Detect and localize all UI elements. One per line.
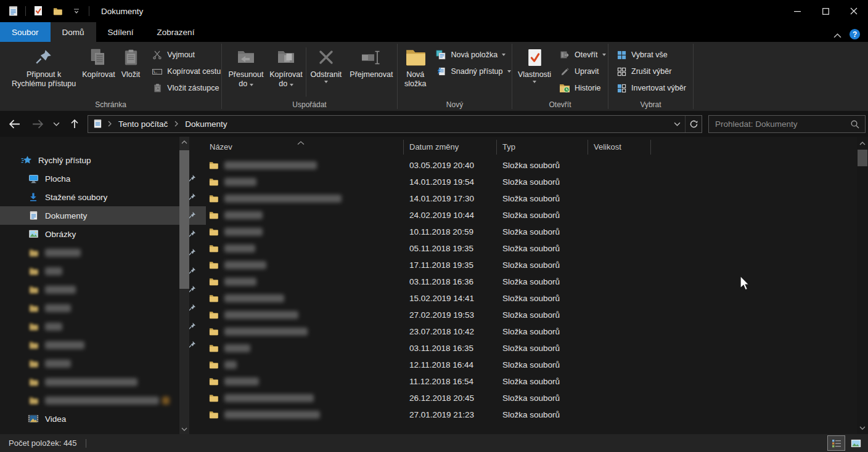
- sidebar-item-redacted[interactable]: [0, 280, 206, 299]
- sidebar-item-redacted[interactable]: [0, 299, 206, 317]
- column-header-datum-zm-ny[interactable]: Datum změny: [404, 140, 497, 155]
- search-box[interactable]: [708, 115, 866, 133]
- scroll-down-icon[interactable]: [179, 424, 189, 434]
- properties-button[interactable]: Vlastnosti: [515, 44, 554, 97]
- maximize-button[interactable]: [811, 0, 840, 22]
- column-header-typ[interactable]: Typ: [497, 140, 588, 155]
- navigation-bar: Tento počítač Dokumenty: [0, 111, 868, 137]
- file-row[interactable]: 11.12.2018 16:54Složka souborů: [191, 373, 857, 390]
- file-row[interactable]: 14.01.2019 17:30Složka souborů: [191, 190, 857, 207]
- sidebar-item-videa[interactable]: Videa: [0, 410, 206, 428]
- file-row[interactable]: 24.02.2019 10:44Složka souborů: [191, 207, 857, 224]
- sidebar-item-redacted[interactable]: [0, 373, 206, 391]
- refresh-button[interactable]: [685, 116, 702, 132]
- new-folder-button[interactable]: Nová složka: [401, 44, 429, 97]
- tab-soubor[interactable]: Soubor: [0, 22, 51, 42]
- open-button[interactable]: Otevřít: [555, 47, 610, 63]
- recent-locations-dropdown[interactable]: [47, 115, 65, 132]
- breadcrumb-documents[interactable]: Dokumenty: [179, 116, 232, 132]
- folder-icon: [27, 304, 39, 313]
- rename-button[interactable]: Přejmenovat: [346, 44, 397, 97]
- sidebar-item-sta-en-soubory[interactable]: Stažené soubory: [0, 188, 206, 206]
- scrollbar-thumb[interactable]: [179, 150, 189, 289]
- invert-selection-button[interactable]: Invertovat výběr: [612, 80, 690, 96]
- address-dropdown-button[interactable]: [669, 116, 685, 132]
- copy-path-button[interactable]: \.. Kopírovat cestu: [148, 63, 224, 79]
- sidebar-item-redacted[interactable]: [0, 391, 206, 410]
- sidebar-item-redacted[interactable]: [0, 262, 206, 280]
- search-input[interactable]: [709, 119, 845, 129]
- file-row[interactable]: 05.11.2018 19:35Složka souborů: [191, 240, 857, 257]
- sidebar-scrollbar[interactable]: [179, 137, 189, 434]
- tab-domu[interactable]: Domů: [51, 22, 96, 42]
- window-title: Dokumenty: [101, 7, 143, 16]
- minimize-button[interactable]: [783, 0, 811, 22]
- svg-text:?: ?: [853, 30, 857, 39]
- sidebar-item-plocha[interactable]: Plocha: [0, 169, 206, 188]
- paste-shortcut-button[interactable]: Vložit zástupce: [148, 80, 224, 96]
- quick-access-star-icon: [20, 155, 33, 165]
- scroll-up-icon[interactable]: [858, 138, 867, 148]
- cut-button[interactable]: Vyjmout: [148, 47, 224, 63]
- tab-zobrazeni[interactable]: Zobrazení: [145, 22, 207, 42]
- select-all-button[interactable]: Vybrat vše: [612, 47, 690, 63]
- sidebar-item-redacted[interactable]: [0, 336, 206, 354]
- qat-customize-dropdown[interactable]: [70, 4, 83, 18]
- details-view-button[interactable]: [827, 435, 845, 451]
- pin-to-quick-access-button[interactable]: Připnout k Rychlému přístupu: [9, 44, 79, 97]
- scrollbar-thumb[interactable]: [858, 150, 867, 166]
- tab-sdileni[interactable]: Sdílení: [96, 22, 145, 42]
- back-button[interactable]: [5, 115, 23, 132]
- file-row[interactable]: 03.11.2018 16:36Složka souborů: [191, 273, 857, 290]
- qat-properties-button[interactable]: [31, 4, 45, 18]
- scroll-up-icon[interactable]: [179, 137, 189, 147]
- sidebar-item-redacted[interactable]: [0, 354, 206, 373]
- main-scrollbar[interactable]: [857, 137, 868, 434]
- help-button[interactable]: ?: [849, 28, 861, 42]
- file-row[interactable]: 27.02.2019 19:53Složka souborů: [191, 307, 857, 323]
- column-headers: NázevDatum změnyTypVelikost: [191, 137, 857, 157]
- address-bar[interactable]: Tento počítač Dokumenty: [88, 115, 702, 133]
- type-cell: Složka souborů: [497, 244, 588, 253]
- sidebar-item-redacted[interactable]: [0, 317, 206, 336]
- file-row[interactable]: 15.02.2019 14:41Složka souborů: [191, 290, 857, 307]
- file-row[interactable]: 12.11.2018 16:44Složka souborů: [191, 357, 857, 373]
- redacted-file-name: [224, 161, 317, 169]
- breadcrumb-this-pc[interactable]: Tento počítač: [113, 116, 173, 132]
- new-item-button[interactable]: Nová položka: [432, 47, 514, 63]
- up-button[interactable]: [65, 115, 84, 132]
- close-button[interactable]: [840, 0, 868, 22]
- sidebar-item-dokumenty[interactable]: Dokumenty: [0, 206, 206, 225]
- scroll-down-icon[interactable]: [858, 422, 867, 433]
- easy-access-button[interactable]: Snadný přístup: [432, 63, 514, 79]
- history-button[interactable]: Historie: [555, 80, 610, 96]
- move-to-button[interactable]: Přesunout do: [226, 44, 266, 97]
- sidebar-item-obr-zky[interactable]: Obrázky: [0, 225, 206, 243]
- file-row[interactable]: 10.11.2018 20:59Složka souborů: [191, 224, 857, 240]
- copy-to-button[interactable]: Kopírovat do: [266, 44, 306, 97]
- file-row[interactable]: 14.01.2019 19:54Složka souborů: [191, 174, 857, 190]
- select-none-button[interactable]: Zrušit výběr: [612, 63, 690, 79]
- group-label-new: Nový: [398, 100, 512, 109]
- file-row[interactable]: 03.05.2019 20:40Složka souborů: [191, 157, 857, 174]
- sidebar-item-redacted[interactable]: [0, 243, 206, 262]
- paste-button[interactable]: Vložit: [118, 44, 144, 97]
- column-header-velikost[interactable]: Velikost: [588, 140, 651, 155]
- thumbnail-view-button[interactable]: [848, 436, 864, 450]
- forward-button[interactable]: [28, 115, 47, 132]
- collapse-ribbon-button[interactable]: [833, 31, 841, 40]
- divider: [25, 6, 26, 16]
- file-row[interactable]: 23.07.2018 10:42Složka souborů: [191, 323, 857, 340]
- delete-button[interactable]: Odstranit: [306, 44, 346, 97]
- file-row[interactable]: 17.11.2018 19:35Složka souborů: [191, 257, 857, 273]
- qat-new-folder-button[interactable]: [51, 4, 64, 18]
- copy-button[interactable]: Kopírovat: [79, 44, 118, 97]
- sidebar-item-rychl-p-stup[interactable]: Rychlý přístup: [0, 151, 199, 169]
- file-row[interactable]: 03.11.2018 16:35Složka souborů: [191, 340, 857, 357]
- file-row[interactable]: 26.12.2018 20:45Složka souborů: [191, 390, 857, 406]
- edit-button[interactable]: Upravit: [555, 63, 610, 79]
- folder-icon: [208, 310, 219, 320]
- file-row[interactable]: 27.01.2019 21:23Složka souborů: [191, 406, 857, 423]
- column-header-n-zev[interactable]: Název: [191, 140, 404, 155]
- paste-shortcut-icon: [152, 83, 163, 93]
